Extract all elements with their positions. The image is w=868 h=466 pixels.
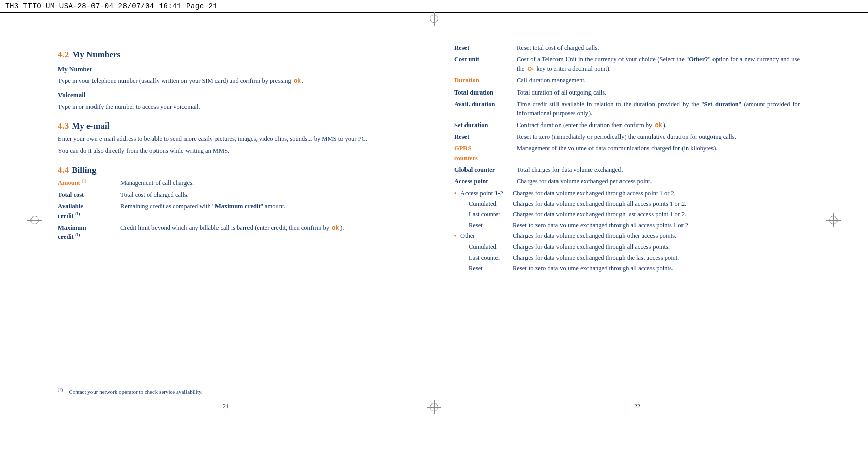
page-number: 22 [429, 402, 846, 410]
bullet-term: Other [460, 231, 513, 240]
sub-desc: Charges for data volume exchanged throug… [513, 210, 800, 219]
sub-desc: Reset to zero data volume exchanged thro… [513, 264, 800, 273]
desc-amount: Management of call charges. [120, 178, 404, 188]
desc: Reset total cost of charged calls. [517, 43, 800, 52]
page-21: 4.2My Numbers My Number Type in your tel… [22, 13, 429, 429]
billing-maximum-credit-row: Maximum credit (1) Credit limit beyond w… [58, 223, 404, 241]
sub-last-counter: Last counter Charges for data volume exc… [469, 253, 800, 262]
sub-last-counter: Last counter Charges for data volume exc… [469, 210, 800, 219]
term: Cost unit [454, 55, 517, 73]
sub-term: Last counter [469, 210, 513, 219]
my-number-text: Type in your telephone number (usually w… [58, 76, 404, 86]
footnote-mark: (1) [58, 388, 63, 392]
term: Reset [454, 132, 517, 141]
desc: Management of the volume of data communi… [517, 144, 800, 162]
desc-total-cost: Total cost of charged calls. [120, 190, 404, 199]
desc: Call duration management. [517, 76, 800, 85]
row-set-duration: Set duration Contract duration (enter th… [454, 120, 800, 130]
desc-maximum-credit: Credit limit beyond which any billable c… [120, 223, 404, 241]
sub-cumulated: Cumulated Charges for data volume exchan… [469, 199, 800, 208]
term-available-credit: Available credit (1) [58, 202, 120, 220]
text-fragment: . [302, 77, 303, 84]
bullet-desc: Charges for data volume exchanged throug… [513, 189, 800, 198]
row-reset-duration: Reset Reset to zero (immediately or peri… [454, 132, 800, 141]
term: Total duration [454, 88, 517, 97]
section-title: Billing [72, 165, 96, 175]
section-number: 4.4 [58, 165, 69, 175]
section-4-2-heading: 4.2My Numbers [58, 50, 404, 60]
desc: Cost of a Telecom Unit in the currency o… [517, 55, 800, 73]
email-text-1: Enter your own e-mail address to be able… [58, 134, 404, 144]
term: Access point [454, 177, 517, 186]
term: Duration [454, 76, 517, 85]
sub-reset: Reset Reset to zero data volume exchange… [469, 221, 800, 230]
sub-term: Reset [469, 221, 513, 230]
sub-desc: Charges for data volume exchanged throug… [513, 253, 800, 262]
section-number: 4.3 [58, 121, 69, 131]
term-maximum-credit: Maximum credit (1) [58, 223, 120, 241]
row-duration: Duration Call duration management. [454, 76, 800, 85]
desc: Time credit still available in relation … [517, 100, 800, 118]
section-4-3-heading: 4.3My e-mail [58, 121, 404, 131]
sub-term: Cumulated [469, 242, 513, 252]
billing-amount-row: Amount (1) Management of call charges. [58, 178, 404, 188]
footnote: (1)Contact your network operator to chec… [58, 388, 393, 395]
section-number: 4.2 [58, 50, 69, 59]
ok-icon: ok [654, 121, 663, 129]
ok-icon: ok [293, 77, 302, 84]
billing-available-credit-row: Available credit (1) Remaining credit as… [58, 202, 404, 220]
desc: Contract duration (enter the duration th… [517, 120, 800, 130]
section-title: My e-mail [72, 121, 109, 131]
bullet-desc: Charges for data volume exchanged throug… [513, 231, 800, 240]
page-number: 21 [22, 402, 429, 410]
sub-cumulated: Cumulated Charges for data volume exchan… [469, 242, 800, 252]
row-total-duration: Total duration Total duration of all out… [454, 88, 800, 97]
section-title: My Numbers [72, 50, 120, 59]
sub-term: Last counter [469, 253, 513, 262]
footnote-text: Contact your network operator to check s… [69, 389, 202, 395]
sub-term: Cumulated [469, 199, 513, 208]
term: Avail. duration [454, 100, 517, 118]
term: Reset [454, 43, 517, 52]
voicemail-heading: Voicemail [58, 91, 404, 99]
bullet-term: Access point 1-2 [460, 189, 513, 198]
term: Set duration [454, 120, 517, 130]
billing-total-cost-row: Total cost Total cost of charged calls. [58, 190, 404, 199]
page-spread: 4.2My Numbers My Number Type in your tel… [22, 13, 846, 429]
row-access-point: Access point Charges for data volume exc… [454, 177, 800, 186]
row-reset: Reset Reset total cost of charged calls. [454, 43, 800, 52]
desc-available-credit: Remaining credit as compared with "Maxim… [120, 202, 404, 220]
sub-reset: Reset Reset to zero data volume exchange… [469, 264, 800, 273]
desc: Reset to zero (immediately or periodical… [517, 132, 800, 141]
ok-icon: ok [331, 224, 340, 231]
desc: Total duration of all outgoing calls. [517, 88, 800, 97]
row-global-counter: Global counter Total charges for data vo… [454, 165, 800, 174]
bullet-icon: • [454, 189, 460, 198]
row-cost-unit: Cost unit Cost of a Telecom Unit in the … [454, 55, 800, 73]
voicemail-text: Type in or modify the number to access y… [58, 102, 404, 112]
sub-term: Reset [469, 264, 513, 273]
bullet-other: • Other Charges for data volume exchange… [454, 231, 800, 240]
desc: Charges for data volume exchanged per ac… [517, 177, 800, 186]
section-4-4-heading: 4.4Billing [58, 165, 404, 175]
text-fragment: Type in your telephone number (usually w… [58, 77, 293, 84]
term-total-cost: Total cost [58, 190, 120, 199]
term: Global counter [454, 165, 517, 174]
bullet-access-point-1-2: • Access point 1-2 Charges for data volu… [454, 189, 800, 198]
desc: Total charges for data volume exchanged. [517, 165, 800, 174]
email-text-2: You can do it also directly from the opt… [58, 146, 404, 156]
bullet-icon: • [454, 231, 460, 240]
sub-desc: Charges for data volume exchanged throug… [513, 199, 800, 208]
term: GPRScounters [454, 144, 517, 162]
row-avail-duration: Avail. duration Time credit still availa… [454, 100, 800, 118]
row-gprs-counters: GPRScounters Management of the volume of… [454, 144, 800, 162]
print-header: TH3_TTTO_UM_USA-28-07-04 28/07/04 16:41 … [0, 0, 868, 13]
sub-desc: Charges for data volume exchanged throug… [513, 242, 800, 252]
page-22: Reset Reset total cost of charged calls.… [429, 13, 846, 429]
my-number-heading: My Number [58, 65, 404, 73]
term-amount: Amount (1) [58, 178, 120, 188]
sub-desc: Reset to zero data volume exchanged thro… [513, 221, 800, 230]
key-icon: O+ [526, 65, 535, 73]
